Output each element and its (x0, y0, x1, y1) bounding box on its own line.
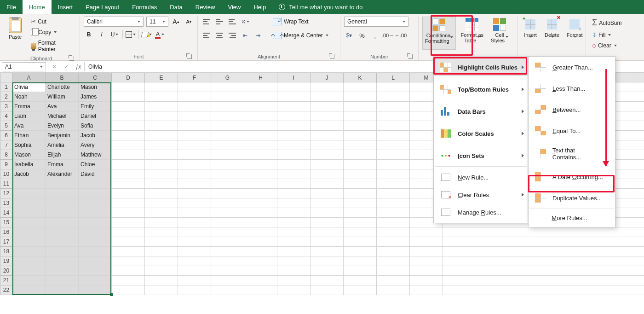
cell-D22[interactable] (112, 285, 145, 295)
cell-A13[interactable] (12, 198, 46, 208)
cell-D2[interactable] (112, 92, 145, 102)
cell-C16[interactable] (79, 227, 112, 237)
cell-M22[interactable] (410, 285, 443, 295)
row-header-13[interactable]: 13 (0, 198, 12, 208)
name-box[interactable]: A1 (2, 62, 46, 71)
cell-C19[interactable] (79, 256, 112, 266)
cell-I21[interactable] (277, 276, 310, 285)
cell-A7[interactable]: Sophia (12, 140, 46, 150)
row-header-10[interactable]: 10 (0, 169, 12, 179)
row-header-6[interactable]: 6 (0, 131, 12, 140)
cell-H22[interactable] (244, 285, 277, 295)
cell-F4[interactable] (178, 111, 211, 121)
cell-G16[interactable] (211, 227, 244, 237)
cell-A6[interactable]: Ethan (12, 131, 46, 140)
decrease-indent-button[interactable]: ⇤ (240, 30, 250, 41)
row-header-22[interactable]: 22 (0, 285, 12, 295)
row-header-15[interactable]: 15 (0, 218, 12, 227)
cell-F15[interactable] (178, 218, 211, 227)
cell-D20[interactable] (112, 266, 145, 276)
paste-button[interactable]: Paste (6, 17, 24, 50)
cell-I20[interactable] (277, 266, 310, 276)
row-header-17[interactable]: 17 (0, 237, 12, 247)
cell-H21[interactable] (244, 276, 277, 285)
cell-E10[interactable] (145, 169, 178, 179)
conditional-formatting-button[interactable]: ConditionalFormatting (422, 17, 456, 50)
number-launcher[interactable] (408, 54, 413, 59)
cell-D18[interactable] (112, 247, 145, 256)
cell-C7[interactable]: Avery (79, 140, 112, 150)
cell-G10[interactable] (211, 169, 244, 179)
cell-G15[interactable] (211, 218, 244, 227)
menu-data-bars[interactable]: Data Bars (434, 103, 528, 120)
cell-E5[interactable] (145, 121, 178, 131)
cell-K16[interactable] (344, 227, 377, 237)
menu-color-scales[interactable]: Color Scales (434, 125, 528, 142)
cell-I8[interactable] (277, 150, 310, 160)
col-header-E[interactable]: E (145, 73, 178, 82)
row-header-7[interactable]: 7 (0, 140, 12, 150)
cell-D14[interactable] (112, 208, 145, 218)
cell-S14[interactable] (636, 208, 644, 218)
menu-manage-rules[interactable]: Manage Rules... (434, 204, 528, 221)
menu-top-bottom-rules[interactable]: Top/Bottom Rules (434, 81, 528, 98)
cell-G5[interactable] (211, 121, 244, 131)
row-header-14[interactable]: 14 (0, 208, 12, 218)
cell-L22[interactable] (377, 285, 410, 295)
cell-C14[interactable] (79, 208, 112, 218)
format-as-table-button[interactable]: Format asTable (459, 17, 486, 50)
cell-S5[interactable] (636, 121, 644, 131)
cell-J10[interactable] (310, 169, 344, 179)
cell-L15[interactable] (377, 218, 410, 227)
format-cells-button[interactable]: ↕Format (564, 17, 585, 50)
cell-S16[interactable] (636, 227, 644, 237)
cell-I6[interactable] (277, 131, 310, 140)
cell-B15[interactable] (46, 218, 79, 227)
tab-pagelayout[interactable]: Page Layout (79, 0, 126, 14)
cell-H15[interactable] (244, 218, 277, 227)
cell-D10[interactable] (112, 169, 145, 179)
cell-A14[interactable] (12, 208, 46, 218)
select-all-cell[interactable] (0, 73, 12, 82)
cell-D9[interactable] (112, 160, 145, 169)
cell-C6[interactable]: Jacob (79, 131, 112, 140)
cell-I22[interactable] (277, 285, 310, 295)
cell-J15[interactable] (310, 218, 344, 227)
cell-C20[interactable] (79, 266, 112, 276)
insert-function-button[interactable]: ƒx (72, 64, 84, 70)
cell-S1[interactable] (636, 82, 644, 92)
cell-G8[interactable] (211, 150, 244, 160)
cell-I17[interactable] (277, 237, 310, 247)
cell-C22[interactable] (79, 285, 112, 295)
cell-D11[interactable] (112, 179, 145, 189)
cell-J12[interactable] (310, 189, 344, 198)
comma-button[interactable]: , (370, 30, 380, 41)
cell-A18[interactable] (12, 247, 46, 256)
percent-button[interactable]: % (357, 30, 367, 41)
tell-me[interactable]: Tell me what you want to do (279, 0, 362, 14)
increase-font-button[interactable]: A▴ (171, 17, 181, 27)
cell-G12[interactable] (211, 189, 244, 198)
cell-C11[interactable] (79, 179, 112, 189)
col-header-L[interactable]: L (377, 73, 410, 82)
cell-A10[interactable]: Jacob (12, 169, 46, 179)
cell-H9[interactable] (244, 160, 277, 169)
cell-styles-button[interactable]: CellStyles (489, 17, 511, 50)
cell-E1[interactable] (145, 82, 178, 92)
align-top-button[interactable] (201, 17, 212, 27)
cell-F19[interactable] (178, 256, 211, 266)
cell-S11[interactable] (636, 179, 644, 189)
cell-K8[interactable] (344, 150, 377, 160)
cell-B4[interactable]: Michael (46, 111, 79, 121)
cell-C15[interactable] (79, 218, 112, 227)
cell-S15[interactable] (636, 218, 644, 227)
cell-D12[interactable] (112, 189, 145, 198)
cell-M17[interactable] (410, 237, 443, 247)
cell-E4[interactable] (145, 111, 178, 121)
cell-J5[interactable] (310, 121, 344, 131)
cell-S22[interactable] (636, 285, 644, 295)
cell-F11[interactable] (178, 179, 211, 189)
cell-C1[interactable]: Mason (79, 82, 112, 92)
decrease-font-button[interactable]: A▾ (184, 17, 194, 27)
cell-I4[interactable] (277, 111, 310, 121)
